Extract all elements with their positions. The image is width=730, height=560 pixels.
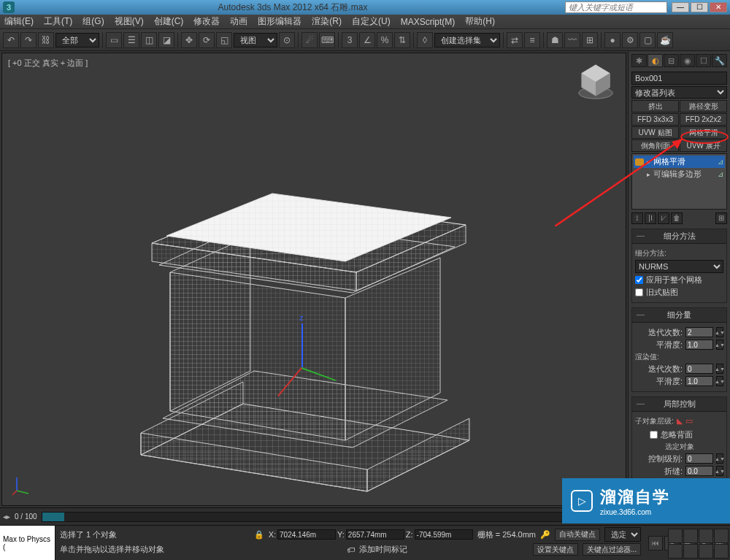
lock-icon[interactable]: 🔒 (254, 530, 264, 540)
pivot-button[interactable]: ⊙ (279, 32, 295, 48)
stack-item-meshsmooth[interactable]: ▸网格平滑⊿ (634, 156, 725, 168)
utilities-tab[interactable]: 🔧 (712, 54, 727, 67)
scale-button[interactable]: ◱ (216, 32, 232, 48)
configure-sets-button[interactable]: ⊞ (715, 212, 727, 224)
time-tag-icon[interactable]: 🏷 (347, 545, 355, 554)
select-name-button[interactable]: ☰ (123, 32, 139, 48)
keyfilters-button[interactable]: 关键点过滤器... (583, 543, 641, 556)
link-button[interactable]: ⛓ (38, 32, 54, 48)
modifier-btn-ffd3[interactable]: FFD 3x3x3 (631, 113, 679, 126)
snap-toggle-button[interactable]: 3 (342, 32, 358, 48)
mirror-button[interactable]: ⇄ (507, 32, 523, 48)
display-tab[interactable]: ☐ (696, 54, 711, 67)
transform-typein[interactable]: X:7024.146m Y:2657.74mm Z:-704.599m (269, 529, 473, 540)
modifier-btn-unwrap[interactable]: UVW 展开 (680, 139, 727, 152)
modifier-btn-uvw[interactable]: UVW 贴图 (631, 126, 679, 139)
setkey-button[interactable]: 设置关键点 (533, 543, 578, 556)
rotate-button[interactable]: ⟳ (199, 32, 215, 48)
y-field[interactable]: 2657.74mm (346, 529, 404, 540)
percent-snap-button[interactable]: % (377, 32, 393, 48)
manipulate-button[interactable]: ☄ (301, 32, 318, 48)
modifier-btn-meshsmooth[interactable]: 网格平滑 (680, 126, 727, 139)
viewcube[interactable] (575, 59, 617, 101)
rollout-header[interactable]: 细分方法 (632, 229, 726, 244)
iterations-spinner[interactable] (685, 327, 713, 337)
show-end-result-button[interactable]: |Ⅰ (645, 212, 656, 224)
modifier-btn-pathdeform[interactable]: 路径变形 (680, 100, 727, 112)
viewport[interactable]: [ +0 正交 真实 + 边面 ] (1, 53, 626, 506)
spinner-arrows-icon[interactable]: ▲▼ (716, 327, 723, 337)
zoom-all-button[interactable] (683, 529, 698, 543)
schematic-button[interactable]: ⊞ (582, 32, 598, 48)
layers-button[interactable]: ☗ (547, 32, 563, 48)
z-field[interactable]: -704.599m (415, 529, 473, 540)
spinner-arrows-icon[interactable]: ▲▼ (716, 340, 723, 350)
key-filter-dropdown[interactable]: 选定对象 (604, 527, 641, 542)
named-selection-dropdown[interactable]: 创建选择集 (434, 33, 500, 47)
oldstyle-checkbox[interactable]: 旧式贴图 (635, 287, 723, 298)
orbit-button[interactable] (683, 544, 698, 559)
menu-group[interactable]: 组(G) (82, 15, 104, 28)
r-iterations-spinner[interactable] (685, 364, 713, 374)
subdiv-method-dropdown[interactable]: NURMS (635, 260, 723, 273)
menu-create[interactable]: 创建(C) (154, 15, 184, 28)
render-button[interactable]: ☕ (657, 32, 673, 48)
x-field[interactable]: 7024.146m (277, 529, 336, 540)
angle-snap-button[interactable]: ∠ (359, 32, 375, 48)
ref-coord-dropdown[interactable]: 视图 (234, 33, 277, 47)
rollout-header[interactable]: 细分量 (632, 308, 726, 323)
add-timetag[interactable]: 添加时间标记 (359, 544, 407, 555)
autokey-button[interactable]: 自动关键点 (555, 529, 600, 541)
key-icon[interactable]: 🔑 (540, 530, 550, 540)
minimize-button[interactable]: — (672, 2, 689, 12)
frame-spinner-icon[interactable]: ◂▸ (3, 513, 10, 521)
remove-modifier-button[interactable]: 🗑 (671, 212, 683, 224)
move-button[interactable]: ✥ (181, 32, 197, 48)
viewport-label[interactable]: [ +0 正交 真实 + 边面 ] (8, 58, 88, 69)
close-button[interactable]: ✕ (710, 2, 727, 12)
selection-filter-dropdown[interactable]: 全部 (55, 33, 99, 47)
hierarchy-tab[interactable]: ⊟ (664, 54, 679, 67)
menu-maxscript[interactable]: MAXScript(M) (401, 17, 456, 27)
render-setup-button[interactable]: ⚙ (622, 32, 638, 48)
select-region-button[interactable]: ◫ (141, 32, 157, 48)
motion-tab[interactable]: ◉ (680, 54, 695, 67)
pin-stack-button[interactable]: ⟟ (631, 212, 643, 224)
curve-editor-button[interactable]: 〰 (564, 32, 580, 48)
maximize-viewport-button[interactable] (714, 544, 729, 559)
modifier-list-dropdown[interactable]: 修改器列表 (631, 86, 727, 99)
menu-views[interactable]: 视图(V) (115, 15, 144, 28)
redo-button[interactable]: ↷ (20, 32, 36, 48)
object-name-field[interactable]: Box001 (631, 72, 727, 85)
menu-modifiers[interactable]: 修改器 (193, 15, 220, 28)
rollout-header[interactable]: 局部控制 (632, 397, 726, 412)
window-crossing-button[interactable]: ◪ (158, 32, 174, 48)
undo-button[interactable]: ↶ (3, 32, 19, 48)
spinner-arrows-icon[interactable]: ▲▼ (716, 376, 723, 386)
render-frame-button[interactable]: ▢ (639, 32, 656, 48)
fov-button[interactable] (714, 529, 729, 543)
help-search-input[interactable] (565, 1, 667, 13)
menu-help[interactable]: 帮助(H) (465, 15, 495, 28)
smoothness-spinner[interactable] (685, 340, 713, 350)
control-level-spinner[interactable] (685, 453, 713, 464)
zoom-button[interactable] (668, 529, 683, 543)
r-smoothness-spinner[interactable] (685, 376, 713, 386)
roll-button[interactable] (699, 544, 713, 559)
modifier-stack[interactable]: ▸网格平滑⊿ ▸可编辑多边形⊿ (631, 153, 727, 210)
make-unique-button[interactable]: ⩗ (658, 212, 669, 224)
modifier-btn-ffd2[interactable]: FFD 2x2x2 (680, 113, 727, 126)
modifier-btn-chamfer[interactable]: 倒角剖面 (631, 139, 679, 152)
menu-customize[interactable]: 自定义(U) (352, 15, 391, 28)
goto-start-button[interactable]: ⏮ (648, 536, 663, 551)
apply-whole-checkbox[interactable]: 应用于整个网格 (635, 275, 723, 285)
align-button[interactable]: ≡ (524, 32, 540, 48)
maximize-button[interactable]: ☐ (691, 2, 708, 12)
material-editor-button[interactable]: ● (604, 32, 620, 48)
menu-graph[interactable]: 图形编辑器 (258, 15, 301, 28)
axis-z-icon[interactable] (301, 323, 303, 367)
select-button[interactable]: ▭ (106, 32, 122, 48)
named-selection-button[interactable]: ◊ (417, 32, 433, 48)
menu-edit[interactable]: 编辑(E) (4, 15, 34, 28)
menu-tools[interactable]: 工具(T) (44, 15, 72, 28)
